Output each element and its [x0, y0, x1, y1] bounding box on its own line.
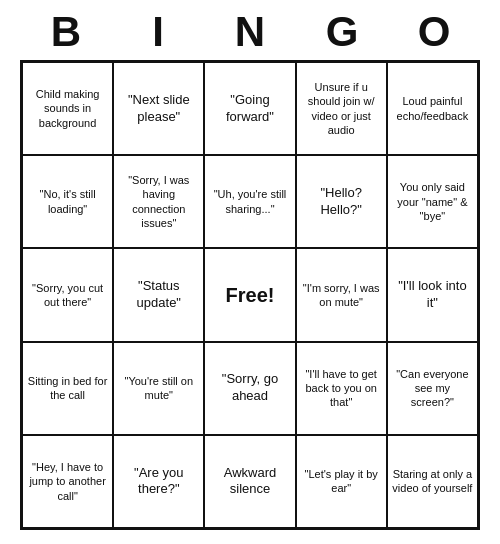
bingo-letter-I: I [116, 8, 200, 56]
bingo-cell-6: "Sorry, I was having connection issues" [113, 155, 204, 248]
bingo-cell-10: "Sorry, you cut out there" [22, 248, 113, 341]
bingo-letter-G: G [300, 8, 384, 56]
bingo-cell-1: "Next slide please" [113, 62, 204, 155]
bingo-cell-9: You only said your "name" & "bye" [387, 155, 478, 248]
bingo-cell-4: Loud painful echo/feedback [387, 62, 478, 155]
bingo-grid: Child making sounds in background"Next s… [20, 60, 480, 530]
bingo-cell-8: "Hello? Hello?" [296, 155, 387, 248]
bingo-cell-16: "You're still on mute" [113, 342, 204, 435]
bingo-header: BINGO [20, 0, 480, 60]
bingo-cell-5: "No, it's still loading" [22, 155, 113, 248]
bingo-cell-20: "Hey, I have to jump to another call" [22, 435, 113, 528]
bingo-cell-2: "Going forward" [204, 62, 295, 155]
bingo-cell-0: Child making sounds in background [22, 62, 113, 155]
bingo-cell-12: Free! [204, 248, 295, 341]
bingo-cell-14: "I'll look into it" [387, 248, 478, 341]
bingo-cell-17: "Sorry, go ahead [204, 342, 295, 435]
bingo-cell-7: "Uh, you're still sharing..." [204, 155, 295, 248]
bingo-cell-15: Sitting in bed for the call [22, 342, 113, 435]
bingo-cell-23: "Let's play it by ear" [296, 435, 387, 528]
bingo-cell-3: Unsure if u should join w/ video or just… [296, 62, 387, 155]
bingo-cell-18: "I'll have to get back to you on that" [296, 342, 387, 435]
bingo-cell-13: "I'm sorry, I was on mute" [296, 248, 387, 341]
bingo-letter-O: O [392, 8, 476, 56]
bingo-letter-N: N [208, 8, 292, 56]
bingo-cell-22: Awkward silence [204, 435, 295, 528]
bingo-cell-19: "Can everyone see my screen?" [387, 342, 478, 435]
bingo-cell-21: "Are you there?" [113, 435, 204, 528]
bingo-cell-11: "Status update" [113, 248, 204, 341]
bingo-cell-24: Staring at only a video of yourself [387, 435, 478, 528]
bingo-letter-B: B [24, 8, 108, 56]
